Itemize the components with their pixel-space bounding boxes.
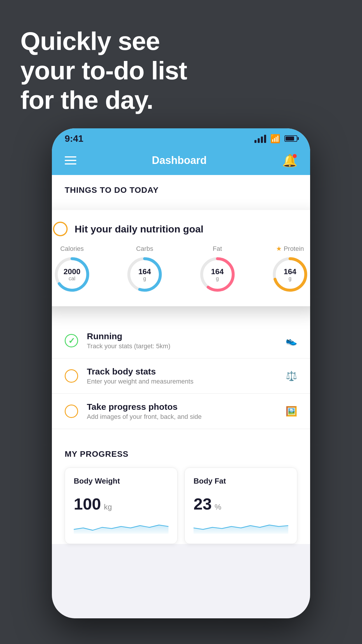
todo-sub-text: Add images of your front, back, and side — [87, 413, 277, 421]
status-bar: 9:41 📶 — [52, 128, 310, 149]
donut-unit: g — [138, 276, 151, 281]
nutrition-card-title: Hit your daily nutrition goal — [75, 223, 203, 235]
scale-icon: ⚖️ — [286, 370, 297, 382]
donut-value: 164 — [284, 267, 296, 276]
donut-center: 2000 cal — [64, 267, 80, 281]
todo-circle[interactable] — [65, 369, 78, 383]
todo-circle[interactable]: ✓ — [65, 334, 78, 347]
things-section-header: THINGS TO DO TODAY — [52, 175, 310, 201]
battery-icon — [284, 135, 297, 142]
todo-sub-text: Track your stats (target: 5km) — [87, 342, 277, 350]
nutrition-item-carbs: Carbs 164 g — [126, 245, 164, 293]
headline-line3: for the day. — [20, 85, 187, 115]
card-title-row: Hit your daily nutrition goal — [53, 222, 309, 236]
star-icon: ★ — [276, 245, 282, 253]
nutrition-label-protein: ★ Protein — [276, 245, 304, 253]
notification-button[interactable]: 🔔 — [282, 153, 297, 168]
donut-calories: 2000 cal — [53, 256, 91, 293]
donut-unit: g — [211, 276, 224, 281]
nav-title: Dashboard — [152, 154, 207, 167]
nutrition-label-carbs: Carbs — [136, 245, 153, 253]
progress-card-title: Body Weight — [74, 477, 168, 486]
progress-card-title: Body Fat — [194, 477, 288, 486]
todo-main-text: Take progress photos — [87, 402, 277, 412]
progress-unit: kg — [104, 503, 112, 512]
donut-center: 164 g — [138, 267, 151, 281]
todo-text: Take progress photos Add images of your … — [87, 402, 277, 421]
headline-line1: Quickly see — [20, 26, 187, 56]
nutrition-row: Calories 2000 cal Carbs 164 g — [53, 245, 309, 293]
donut-unit: g — [284, 276, 296, 281]
svg-marker-9 — [194, 525, 288, 534]
donut-value: 2000 — [64, 267, 80, 276]
todo-sub-text: Enter your weight and measurements — [87, 378, 277, 385]
donut-carbs: 164 g — [126, 256, 164, 293]
nutrition-item-fat: Fat 164 g — [198, 245, 236, 293]
todo-item-2[interactable]: Take progress photos Add images of your … — [52, 394, 310, 429]
headline-line2: your to-do list — [20, 56, 187, 85]
sparkline-chart — [194, 519, 288, 534]
nutrition-item-protein: ★ Protein 164 g — [271, 245, 309, 293]
progress-section: MY PROGRESS Body Weight 100 kg Body Fat … — [52, 438, 310, 544]
progress-card-body-weight[interactable]: Body Weight 100 kg — [65, 468, 178, 544]
progress-value: 100 — [74, 494, 101, 513]
progress-value-row: 100 kg — [74, 494, 168, 513]
nutrition-item-calories: Calories 2000 cal — [53, 245, 91, 293]
todo-main-text: Running — [87, 331, 277, 341]
status-icons: 📶 — [254, 134, 297, 144]
donut-fat: 164 g — [198, 256, 236, 293]
main-content: THINGS TO DO TODAY Hit your daily nutrit… — [52, 175, 310, 544]
nutrition-label-calories: Calories — [60, 245, 84, 253]
nutrition-card: Hit your daily nutrition goal Calories 2… — [52, 210, 310, 306]
todo-text: Track body stats Enter your weight and m… — [87, 367, 277, 385]
donut-value: 164 — [211, 267, 224, 276]
donut-value: 164 — [138, 267, 151, 276]
nutrition-check-circle[interactable] — [53, 222, 68, 236]
donut-protein: 164 g — [271, 256, 309, 293]
status-time: 9:41 — [65, 133, 83, 144]
progress-cards: Body Weight 100 kg Body Fat 23 % — [65, 468, 297, 544]
notification-badge — [293, 154, 297, 158]
check-icon: ✓ — [68, 336, 75, 346]
donut-unit: cal — [64, 276, 80, 281]
progress-value-row: 23 % — [194, 494, 288, 513]
todo-item-1[interactable]: Track body stats Enter your weight and m… — [52, 358, 310, 394]
nav-bar: Dashboard 🔔 — [52, 149, 310, 175]
donut-center: 164 g — [211, 267, 224, 281]
todo-main-text: Track body stats — [87, 367, 277, 377]
running-icon: 👟 — [286, 335, 297, 346]
photo-icon: 🖼️ — [286, 406, 297, 417]
headline: Quickly see your to-do list for the day. — [20, 26, 187, 115]
progress-card-body-fat[interactable]: Body Fat 23 % — [184, 468, 297, 544]
todo-circle[interactable] — [65, 405, 78, 418]
sparkline-chart — [74, 519, 168, 534]
wifi-icon: 📶 — [270, 134, 280, 144]
progress-value: 23 — [194, 494, 212, 513]
signal-icon — [254, 134, 266, 143]
donut-center: 164 g — [284, 267, 296, 281]
todo-text: Running Track your stats (target: 5km) — [87, 331, 277, 350]
progress-unit: % — [215, 503, 221, 512]
nutrition-label-fat: Fat — [213, 245, 222, 253]
progress-section-title: MY PROGRESS — [65, 449, 297, 459]
todo-list: ✓ Running Track your stats (target: 5km)… — [52, 323, 310, 429]
menu-button[interactable] — [65, 156, 76, 164]
todo-item-0[interactable]: ✓ Running Track your stats (target: 5km)… — [52, 323, 310, 358]
phone-frame: 9:41 📶 Dashboard 🔔 THINGS TO DO TOD — [52, 128, 310, 618]
